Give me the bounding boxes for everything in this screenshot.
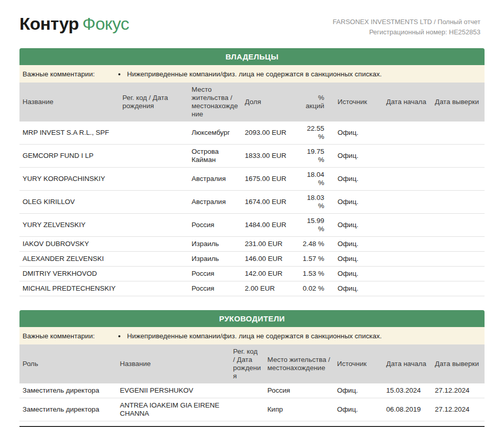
column-header: Доля bbox=[242, 83, 299, 121]
cell: Израиль bbox=[188, 252, 242, 267]
cell: Офиц. bbox=[334, 281, 383, 296]
cell: 1484.00 EUR bbox=[242, 214, 299, 237]
cell bbox=[119, 237, 188, 252]
cell: Россия bbox=[188, 281, 242, 296]
important-comments-managers: Важные комментарии: Нижеприведенные комп… bbox=[19, 327, 485, 344]
cell bbox=[432, 252, 485, 267]
cell: MICHAIL PREDTECHENSKIY bbox=[19, 281, 119, 296]
cell: Израиль bbox=[188, 237, 242, 252]
table-row: YURY KOROPACHINSKIYАвстралия1675.00 EUR1… bbox=[19, 168, 485, 191]
cell bbox=[119, 168, 188, 191]
column-header: Роль bbox=[19, 344, 117, 383]
table-row: GEMCORP FUND I LPОстрова Кайман1833.00 E… bbox=[19, 145, 485, 168]
cell: YURY ZELVENSKIY bbox=[19, 214, 119, 237]
table-row: YURY ZELVENSKIYРоссия1484.00 EUR15.99 %О… bbox=[19, 214, 485, 237]
column-header: Название bbox=[117, 344, 230, 383]
cell bbox=[383, 214, 432, 237]
comment-item: Нижеприведенные компании/физ. лица не со… bbox=[126, 70, 382, 78]
cell: 15.03.2024 bbox=[383, 383, 432, 398]
cell: 2.48 % bbox=[299, 237, 334, 252]
cell: ALEXANDER ZELVENSKI bbox=[19, 252, 119, 267]
comments-list: Нижеприведенные компании/физ. лица не со… bbox=[119, 332, 382, 340]
cell bbox=[119, 252, 188, 267]
cell: 1674.00 EUR bbox=[242, 191, 299, 214]
cell: 27.12.2024 bbox=[432, 398, 485, 421]
column-header: Дата начала bbox=[383, 344, 432, 383]
table-row: DMITRIY VERKHOVODРоссия142.00 EUR1.53 %О… bbox=[19, 267, 485, 281]
cell: 231.00 EUR bbox=[242, 237, 299, 252]
table-row: MRP INVEST S.A R.L., SPFЛюксембург2093.0… bbox=[19, 121, 485, 145]
cell bbox=[383, 168, 432, 191]
table-row: IAKOV DUBROVSKYИзраиль231.00 EUR2.48 %Оф… bbox=[19, 237, 485, 252]
cell bbox=[432, 191, 485, 214]
column-header: Место жительства / местонахождение bbox=[188, 83, 242, 121]
cell bbox=[383, 281, 432, 296]
cell bbox=[383, 191, 432, 214]
cell: Офиц. bbox=[334, 191, 383, 214]
cell bbox=[119, 267, 188, 281]
report-title: FARSONEX INVESTMENTS LTD / Полный отчет bbox=[332, 17, 480, 27]
owners-table-head: НазваниеРег. код / Дата рожденияМесто жи… bbox=[19, 83, 485, 121]
column-header: Дата начала bbox=[383, 83, 432, 121]
cell: Офиц. bbox=[334, 383, 383, 398]
report-meta: FARSONEX INVESTMENTS LTD / Полный отчет … bbox=[332, 13, 485, 37]
column-header: Рег. код / Дата рождения bbox=[119, 83, 188, 121]
logo-focus-text: Фокус bbox=[82, 14, 129, 33]
cell bbox=[432, 214, 485, 237]
cell: 06.08.2019 bbox=[383, 398, 432, 421]
cell: ANTREA IOAKEIM GIA EIRENE CHANNA bbox=[117, 398, 230, 421]
cell: Заместитель директора bbox=[19, 383, 117, 398]
cell: Заместитель директора bbox=[19, 398, 117, 421]
cell: MRP INVEST S.A R.L., SPF bbox=[19, 121, 119, 145]
cell: Россия bbox=[188, 267, 242, 281]
important-comments-owners: Важные комментарии: Нижеприведенные комп… bbox=[19, 65, 485, 83]
cell: 142.00 EUR bbox=[242, 267, 299, 281]
cell bbox=[432, 267, 485, 281]
cell: 2.00 EUR bbox=[242, 281, 299, 296]
cell: Острова Кайман bbox=[188, 145, 242, 168]
cell: Офиц. bbox=[334, 168, 383, 191]
owners-table: НазваниеРег. код / Дата рожденияМесто жи… bbox=[19, 83, 485, 296]
logo-kontur-text: Контур bbox=[19, 14, 79, 33]
cell bbox=[432, 281, 485, 296]
cell bbox=[383, 252, 432, 267]
cell: Австралия bbox=[188, 191, 242, 214]
comment-item: Нижеприведенные компании/физ. лица не со… bbox=[126, 332, 382, 340]
cell: 15.99 % bbox=[299, 214, 334, 237]
cell: 1675.00 EUR bbox=[242, 168, 299, 191]
managers-table-head: РольНазваниеРег. код / Дата рожденияМест… bbox=[19, 344, 485, 383]
cell bbox=[119, 191, 188, 214]
cell: 1.57 % bbox=[299, 252, 334, 267]
cell: 27.12.2024 bbox=[432, 383, 485, 398]
cell: 2093.00 EUR bbox=[242, 121, 299, 145]
cell: 1.53 % bbox=[299, 267, 334, 281]
cell: Офиц. bbox=[334, 121, 383, 145]
kontur-focus-logo: КонтурФокус bbox=[19, 13, 129, 34]
cell: 22.55 % bbox=[299, 121, 334, 145]
cell: Австралия bbox=[188, 168, 242, 191]
table-row: OLEG KIRILLOVАвстралия1674.00 EUR18.03 %… bbox=[19, 191, 485, 214]
section-managers: РУКОВОДИТЕЛИ Важные комментарии: Нижепри… bbox=[19, 310, 485, 427]
cell: Офиц. bbox=[334, 252, 383, 267]
header-row: РольНазваниеРег. код / Дата рожденияМест… bbox=[19, 344, 485, 383]
cell: Люксембург bbox=[188, 121, 242, 145]
column-header: Дата выверки bbox=[432, 344, 485, 383]
owners-table-body: MRP INVEST S.A R.L., SPFЛюксембург2093.0… bbox=[19, 121, 485, 296]
comments-label: Важные комментарии: bbox=[23, 70, 119, 78]
column-header: Источник bbox=[334, 344, 383, 383]
cell bbox=[119, 214, 188, 237]
column-header: % акций bbox=[299, 83, 334, 121]
page-header: КонтурФокус FARSONEX INVESTMENTS LTD / П… bbox=[19, 0, 485, 48]
column-header: Дата выверки bbox=[432, 83, 485, 121]
cell: 1833.00 EUR bbox=[242, 145, 299, 168]
registration-number: Регистрационный номер: HE252853 bbox=[332, 27, 480, 37]
cell: Россия bbox=[264, 383, 334, 398]
header-row: НазваниеРег. код / Дата рожденияМесто жи… bbox=[19, 83, 485, 121]
cell: 146.00 EUR bbox=[242, 252, 299, 267]
column-header: Место жительства / местонахождение bbox=[264, 344, 334, 383]
comments-list: Нижеприведенные компании/физ. лица не со… bbox=[119, 70, 382, 78]
cell bbox=[119, 145, 188, 168]
cell bbox=[383, 121, 432, 145]
cell bbox=[230, 398, 264, 421]
table-row: Заместитель директораANTREA IOAKEIM GIA … bbox=[19, 398, 485, 421]
